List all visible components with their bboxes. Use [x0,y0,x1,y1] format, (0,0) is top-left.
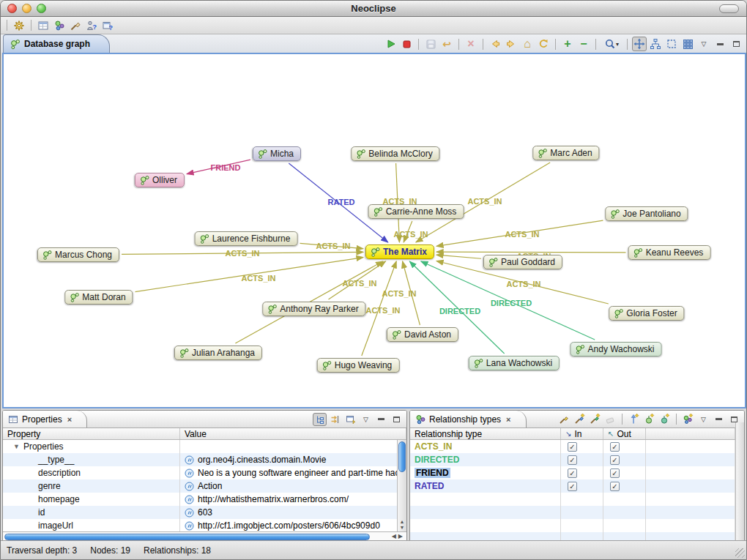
edge-label-directed: DIRECTED [491,299,532,307]
property-row-genre[interactable]: genreAction [3,479,406,493]
stop-icon[interactable] [399,37,414,51]
relationship-vertical-scrollbar[interactable] [735,422,744,541]
decrease-depth-icon[interactable]: − [576,37,591,51]
graph-node-keanu[interactable]: Keanu Reeves [628,245,711,260]
copy-table-icon[interactable] [343,413,357,426]
checkbox-checked[interactable]: ✓ [568,442,577,452]
delete-icon[interactable]: × [464,37,478,51]
home-icon[interactable]: ⌂ [520,37,535,51]
clear-highlight-eraser-icon[interactable] [603,413,617,426]
pan-layout-icon[interactable] [632,37,647,51]
property-category-row[interactable]: ▼Properties [3,440,406,453]
save-icon[interactable] [423,37,438,51]
tree-layout-icon[interactable] [648,37,663,51]
highlight-incoming-icon[interactable] [573,413,587,426]
minimize-view-icon[interactable] [374,413,388,426]
checkbox-checked[interactable]: ✓ [610,468,620,478]
toolbar-toggle-pill[interactable] [719,4,739,13]
checkbox-checked[interactable]: ✓ [610,442,620,452]
help-contents-icon[interactable]: ? [84,18,99,33]
graph-canvas[interactable]: FRIENDRATEDACTS_INACTS_INACTS_INACTS_INA… [4,54,745,407]
graph-node-joe[interactable]: Joe Pantoliano [605,206,688,221]
node-icon [575,344,585,354]
column-header-out[interactable]: ↖Out [603,428,646,439]
relationship-row-ACTS_IN[interactable]: ACTS_IN✓✓ [410,440,744,453]
increase-depth-icon[interactable]: + [560,37,575,51]
property-row-imageUrl[interactable]: imageUrlhttp://cf1.imgobject.com/posters… [3,519,406,531]
view-menu-icon[interactable]: ▽ [696,37,711,51]
graph-node-hugo[interactable]: Hugo Weaving [317,358,400,373]
graph-node-anthony[interactable]: Anthony Ray Parker [262,302,365,316]
minimize-view-icon[interactable] [712,413,726,426]
relationship-row-RATED[interactable]: RATED✓✓ [410,479,744,493]
checkbox-checked[interactable]: ✓ [610,482,620,491]
scrollbar-thumb[interactable] [398,441,406,472]
forward-icon[interactable] [504,37,519,51]
property-row-__type__[interactable]: __type__org.neo4j.cineasts.domain.Movie [3,453,406,466]
decorator-brush-icon[interactable] [68,18,83,33]
column-header-property[interactable]: Property [3,428,180,439]
expander-icon[interactable]: ▼ [13,443,20,450]
graph-node-lana[interactable]: Lana Wachowski [469,356,560,370]
property-row-description[interactable]: descriptionNeo is a young software engin… [3,466,406,479]
graph-node-laurence[interactable]: Laurence Fishburne [195,231,298,246]
graph-node-marc[interactable]: Marc Aden [532,146,599,160]
preferences-gear-icon[interactable] [12,18,26,33]
highlight-relationships-icon[interactable] [557,413,571,426]
zoom-dropdown-icon[interactable]: ▾ [601,37,622,51]
relationship-row-DIRECTED[interactable]: DIRECTED✓✓ [410,453,744,466]
filter-advanced-icon[interactable] [328,413,342,426]
revert-icon[interactable]: ↩ [439,37,454,51]
tab-relationship-types[interactable]: Relationship types × [410,411,527,428]
graph-node-andy[interactable]: Andy Wachowski [571,342,662,356]
graph-node-belinda[interactable]: Belinda McClory [351,146,439,161]
graph-node-david[interactable]: David Aston [387,327,458,342]
graph-node-paul[interactable]: Paul Goddard [483,255,562,269]
view-menu-icon[interactable]: ▽ [696,413,710,426]
maximize-view-icon[interactable] [390,413,404,426]
checkbox-checked[interactable]: ✓ [610,455,620,465]
graph-node-matt[interactable]: Matt Doran [64,290,133,305]
graph-node-matrix[interactable]: The Matrix [365,244,434,259]
minimize-view-icon[interactable] [713,37,727,51]
svg-text:?: ? [93,23,97,31]
tab-properties[interactable]: Properties × [3,411,87,428]
marquee-select-icon[interactable] [664,37,679,51]
checkbox-checked[interactable]: ✓ [568,482,577,491]
properties-vertical-scrollbar[interactable]: ▲▼ [397,440,406,531]
graph-view-icon[interactable] [52,18,67,33]
property-row-homepage[interactable]: homepagehttp://whatisthematrix.warnerbro… [3,493,406,506]
graph-node-julian[interactable]: Julian Arahanga [174,346,262,360]
graph-node-micha[interactable]: Micha [253,146,301,161]
graph-node-marcus[interactable]: Marcus Chong [37,247,119,262]
tree-mode-icon[interactable] [313,413,327,426]
graph-node-gloria[interactable]: Gloria Foster [609,306,684,321]
graph-node-olliver[interactable]: Olliver [135,173,185,187]
add-node-icon[interactable] [681,413,695,426]
add-relationship-icon[interactable] [627,413,641,426]
add-incoming-node-icon[interactable] [642,413,656,426]
close-icon[interactable]: × [67,415,72,424]
run-traversal-icon[interactable] [383,37,398,51]
column-header-relationship-type[interactable]: Relationship type [410,428,561,439]
refresh-icon[interactable] [536,37,551,51]
column-header-in[interactable]: ↘In [561,428,603,439]
tab-database-graph[interactable]: Database graph [3,34,110,53]
resize-grip[interactable] [735,548,745,558]
checkbox-checked[interactable]: ✓ [568,455,577,465]
property-row-id[interactable]: id603 [3,506,406,519]
column-header-value[interactable]: Value [180,428,406,439]
graph-node-carrie[interactable]: Carrie-Anne Moss [368,204,464,219]
view-menu-icon[interactable]: ▽ [359,413,373,426]
grid-layout-icon[interactable] [680,37,695,51]
scrollbar-thumb[interactable] [4,534,370,540]
highlight-outgoing-icon[interactable] [588,413,602,426]
checkbox-checked[interactable]: ✓ [568,468,577,478]
add-outgoing-node-icon[interactable] [658,413,672,426]
back-icon[interactable] [488,37,502,51]
close-icon[interactable]: × [506,415,510,424]
maximize-view-icon[interactable] [729,37,743,51]
table-view-icon[interactable] [36,18,51,33]
dynamic-help-icon[interactable]: ? [100,18,115,33]
relationship-row-FRIEND[interactable]: FRIEND✓✓ [410,466,744,479]
